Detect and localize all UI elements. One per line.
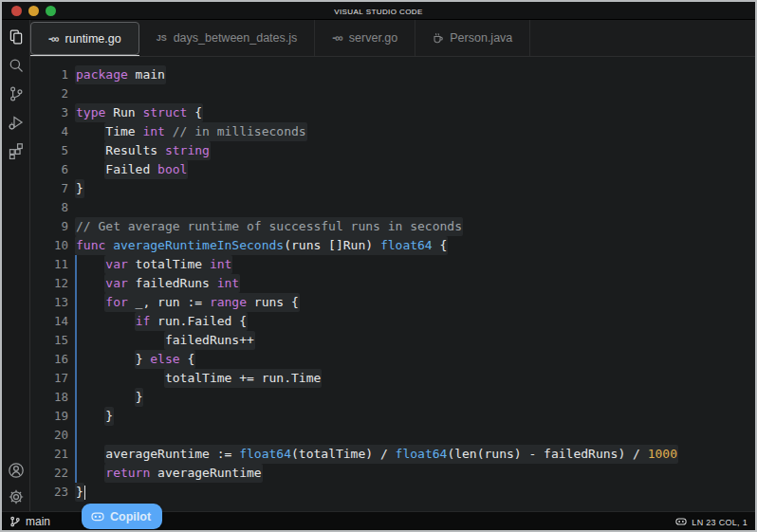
settings-gear-icon[interactable] xyxy=(7,487,25,505)
code-line[interactable]: 18 } xyxy=(30,388,755,407)
code-line[interactable]: 6 Failed bool xyxy=(30,160,755,179)
line-content: } xyxy=(68,388,142,407)
line-number[interactable]: 12 xyxy=(30,274,68,293)
line-content: Results string xyxy=(68,141,210,160)
line-content: return averageRuntime xyxy=(68,464,262,483)
source-control-icon[interactable] xyxy=(7,84,25,102)
code-line[interactable]: 13 for _, run := range runs { xyxy=(30,293,755,312)
code-line[interactable]: 20 xyxy=(30,426,755,445)
main-area: -∞runtime.goJSdays_between_dates.js-∞ser… xyxy=(2,20,755,511)
activity-bar-bottom xyxy=(7,461,25,505)
line-number[interactable]: 13 xyxy=(30,293,68,312)
line-number[interactable]: 5 xyxy=(30,141,68,160)
copilot-button[interactable]: Copilot xyxy=(82,504,162,529)
window-title: Visual Studio Code xyxy=(334,5,422,16)
minimize-window-button[interactable] xyxy=(28,6,39,16)
line-number[interactable]: 6 xyxy=(30,160,68,179)
indent-guide xyxy=(75,255,77,483)
tab-label: days_between_dates.js xyxy=(174,31,298,45)
line-content: func averageRuntimeInSeconds(runs []Run)… xyxy=(68,236,447,255)
code-line[interactable]: 10func averageRuntimeInSeconds(runs []Ru… xyxy=(30,236,755,255)
git-branch-icon xyxy=(9,516,21,527)
line-number[interactable]: 22 xyxy=(30,464,68,483)
line-number[interactable]: 18 xyxy=(30,388,68,407)
line-number[interactable]: 17 xyxy=(30,369,68,388)
branch-status-item[interactable]: main xyxy=(9,515,50,528)
code-line[interactable]: 23} xyxy=(30,483,755,502)
account-icon[interactable] xyxy=(7,461,25,479)
line-content xyxy=(68,84,76,103)
line-number[interactable]: 20 xyxy=(30,426,68,445)
activity-bar xyxy=(2,20,30,511)
search-icon[interactable] xyxy=(7,56,25,74)
line-content: Time int // in milliseconds xyxy=(68,122,306,141)
code-line[interactable]: 5 Results string xyxy=(30,141,755,160)
tab-label: Person.java xyxy=(450,31,512,45)
code-line[interactable]: 9// Get average runtime of successful ru… xyxy=(30,217,755,236)
code-line[interactable]: 19 } xyxy=(30,407,755,426)
code-line[interactable]: 12 var failedRuns int xyxy=(30,274,755,293)
text-cursor xyxy=(84,486,86,500)
line-number[interactable]: 9 xyxy=(30,217,68,236)
branch-label: main xyxy=(26,515,50,528)
cursor-position-item[interactable]: Ln 23 Col, 1 xyxy=(675,514,748,528)
code-line[interactable]: 1package main xyxy=(30,65,755,84)
code-line[interactable]: 2 xyxy=(30,84,755,103)
line-content: } xyxy=(68,179,83,198)
line-content: package main xyxy=(68,65,165,84)
close-window-button[interactable] xyxy=(11,6,22,16)
go-file-icon: -∞ xyxy=(48,32,59,46)
line-number[interactable]: 7 xyxy=(30,179,68,198)
line-number[interactable]: 21 xyxy=(30,445,68,464)
code-line[interactable]: 15 failedRuns++ xyxy=(30,331,755,350)
code-line[interactable]: 3type Run struct { xyxy=(30,103,755,122)
editor-column: -∞runtime.goJSdays_between_dates.js-∞ser… xyxy=(30,20,755,511)
code-line[interactable]: 14 if run.Failed { xyxy=(30,312,755,331)
tab-server.go[interactable]: -∞server.go xyxy=(315,20,415,56)
js-file-icon: JS xyxy=(157,33,167,43)
line-number[interactable]: 2 xyxy=(30,84,68,103)
line-content: failedRuns++ xyxy=(68,331,254,350)
explorer-icon[interactable] xyxy=(7,28,25,46)
line-number[interactable]: 16 xyxy=(30,350,68,369)
line-number[interactable]: 3 xyxy=(30,103,68,122)
code-line[interactable]: 17 totalTime += run.Time xyxy=(30,369,755,388)
line-number[interactable]: 8 xyxy=(30,198,68,217)
code-line[interactable]: 11 var totalTime int xyxy=(30,255,755,274)
zoom-window-button[interactable] xyxy=(46,6,56,16)
line-content: Failed bool xyxy=(68,160,187,179)
tab-label: runtime.go xyxy=(65,32,121,46)
activity-bar-top xyxy=(7,28,25,461)
code-line[interactable]: 4 Time int // in milliseconds xyxy=(30,122,755,141)
go-file-icon: -∞ xyxy=(332,31,342,45)
traffic-lights xyxy=(11,2,56,19)
code-line[interactable]: 21 averageRuntime := float64(totalTime) … xyxy=(30,445,755,464)
copilot-icon xyxy=(91,511,104,523)
tab-runtime.go[interactable]: -∞runtime.go xyxy=(30,22,139,55)
line-content: totalTime += run.Time xyxy=(68,369,321,388)
code-line[interactable]: 22 return averageRuntime xyxy=(30,464,755,483)
code-line[interactable]: 16 } else { xyxy=(30,350,755,369)
code-line[interactable]: 7} xyxy=(30,179,755,198)
line-content: } else { xyxy=(68,350,194,369)
line-number[interactable]: 1 xyxy=(30,65,68,84)
tab-Person.java[interactable]: Person.java xyxy=(415,20,530,56)
line-number[interactable]: 19 xyxy=(30,407,68,426)
tab-days_between_dates.js[interactable]: JSdays_between_dates.js xyxy=(139,20,316,56)
line-content: for _, run := range runs { xyxy=(68,293,299,312)
line-content: } xyxy=(68,483,85,502)
line-number[interactable]: 4 xyxy=(30,122,68,141)
copilot-status-icon xyxy=(675,516,687,527)
tab-bar: -∞runtime.goJSdays_between_dates.js-∞ser… xyxy=(30,20,755,57)
code-editor[interactable]: 1package main23type Run struct {4 Time i… xyxy=(30,57,755,511)
line-number[interactable]: 23 xyxy=(30,483,68,502)
code-line[interactable]: 8 xyxy=(30,198,755,217)
run-and-debug-icon[interactable] xyxy=(7,113,25,131)
extensions-icon[interactable] xyxy=(7,141,25,159)
line-content: type Run struct { xyxy=(68,103,202,122)
line-number[interactable]: 11 xyxy=(30,255,68,274)
line-number[interactable]: 14 xyxy=(30,312,68,331)
line-number[interactable]: 15 xyxy=(30,331,68,350)
line-number[interactable]: 10 xyxy=(30,236,68,255)
line-content: var failedRuns int xyxy=(68,274,239,293)
